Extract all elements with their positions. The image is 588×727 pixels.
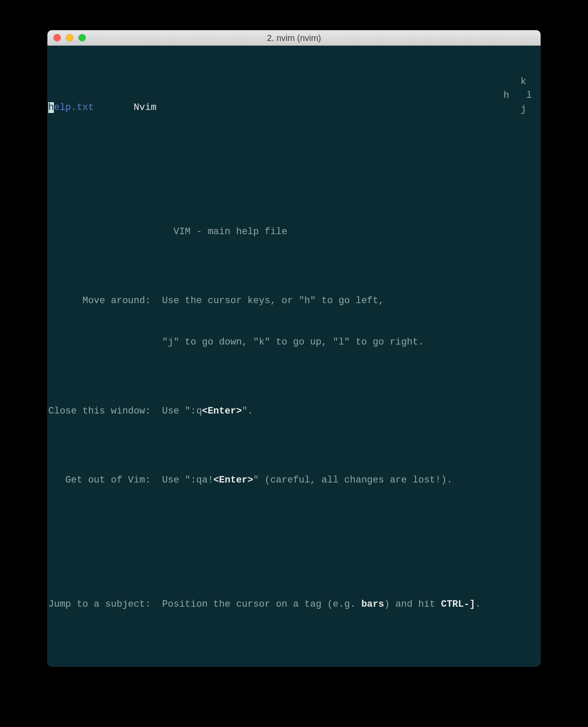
titlebar[interactable]: 2. nvim (nvim) — [47, 30, 541, 46]
zoom-icon[interactable] — [78, 34, 86, 41]
help-header-line: help.txt Nvim — [47, 101, 541, 115]
window-title: 2. nvim (nvim) — [47, 31, 541, 45]
app-name: Nvim — [134, 102, 156, 113]
help-filename: elp.txt — [54, 102, 94, 113]
close-icon[interactable] — [53, 34, 61, 41]
row-move-around-2: "j" to go down, "k" to go up, "l" to go … — [47, 335, 541, 349]
cursor: h — [48, 102, 54, 113]
help-title: VIM - main help file — [47, 225, 541, 239]
minimize-icon[interactable] — [66, 34, 73, 41]
terminal-content[interactable]: help.txt Nvim VIM - main help file Move … — [47, 46, 541, 667]
row-close-window: Close this window: Use ":q<Enter>". — [47, 404, 541, 418]
blank-line — [47, 156, 541, 170]
row-get-out: Get out of Vim: Use ":qa!<Enter>" (caref… — [47, 473, 541, 487]
hjkl-compass: k h l j — [504, 75, 532, 116]
row-jump-subject: Jump to a subject: Position the cursor o… — [47, 598, 541, 611]
blank-line — [47, 529, 541, 542]
row-move-around: Move around: Use the cursor keys, or "h"… — [47, 294, 541, 308]
traffic-lights — [47, 34, 86, 41]
terminal-window: 2. nvim (nvim) help.txt Nvim VIM - main … — [47, 30, 541, 667]
